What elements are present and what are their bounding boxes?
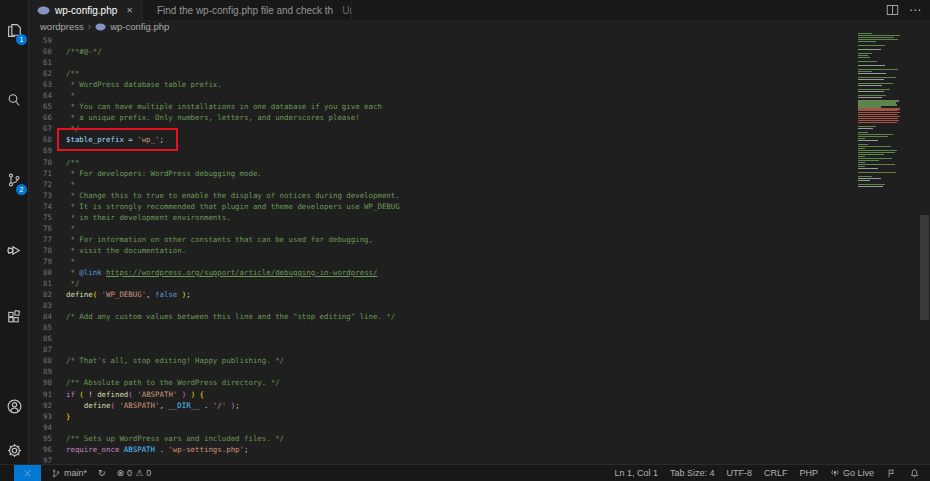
line-number: 63: [28, 79, 52, 90]
code-line[interactable]: 77 * For information on other constants …: [28, 234, 882, 245]
code-text: * visit the documentation.: [66, 245, 186, 256]
line-number: 76: [28, 223, 52, 234]
code-line[interactable]: 68$table_prefix = 'wp_';: [28, 134, 882, 145]
git-branch-item[interactable]: main*: [51, 468, 87, 479]
code-line[interactable]: 91if ( ! defined( 'ABSPATH' ) ) {: [28, 389, 882, 400]
code-line[interactable]: 62/**: [28, 68, 882, 79]
code-line[interactable]: 69: [28, 145, 882, 156]
search-icon[interactable]: [0, 88, 28, 112]
tab-untitled[interactable]: Find the wp-config.php file and check th…: [143, 0, 352, 20]
minimap-line: [858, 138, 865, 139]
warning-icon: ⚠: [135, 468, 143, 478]
minimap-line: [858, 55, 868, 56]
go-live-label: Go Live: [843, 468, 874, 478]
line-number: 91: [28, 389, 52, 400]
code-text: *: [66, 90, 75, 101]
sync-icon[interactable]: ↻: [98, 468, 106, 478]
minimap-line: [858, 140, 878, 141]
go-live-item[interactable]: Go Live: [830, 468, 874, 478]
code-line[interactable]: 74 * It is strongly recommended that plu…: [28, 201, 882, 212]
editor[interactable]: 5960/**#@-*/6162/**63 * WordPress databa…: [28, 33, 930, 465]
line-number: 94: [28, 422, 52, 433]
tab-wp-config[interactable]: wp-config.php ✕: [28, 0, 143, 20]
code-line[interactable]: 89: [28, 366, 882, 377]
tab-size[interactable]: Tab Size: 4: [670, 468, 715, 478]
split-editor-icon[interactable]: [886, 4, 899, 16]
extensions-icon[interactable]: [0, 305, 28, 329]
code-line[interactable]: 63 * WordPress database table prefix.: [28, 79, 882, 90]
minimap-line: [858, 158, 892, 159]
eol-sequence[interactable]: CRLF: [764, 468, 788, 478]
line-number: 75: [28, 212, 52, 223]
flag-icon[interactable]: [886, 468, 897, 479]
language-mode[interactable]: PHP: [799, 468, 818, 478]
breadcrumb: wordpress › wp-config.php: [28, 20, 930, 33]
code-line[interactable]: 65 * You can have multiple installations…: [28, 101, 882, 112]
minimap-line: [858, 97, 882, 98]
minimap-line: [858, 85, 882, 86]
code-line[interactable]: 84/* Add any custom values between this …: [28, 311, 882, 322]
line-number: 93: [28, 411, 52, 422]
run-debug-icon[interactable]: [0, 238, 28, 262]
explorer-icon[interactable]: 1: [0, 18, 28, 42]
code-line[interactable]: 78 * visit the documentation.: [28, 245, 882, 256]
code-line[interactable]: 76 *: [28, 223, 882, 234]
code-line[interactable]: 88/* That's all, stop editing! Happy pub…: [28, 355, 882, 366]
minimap-line: [858, 144, 868, 145]
scrollbar-thumb[interactable]: [920, 215, 929, 320]
line-number: 69: [28, 145, 52, 156]
breadcrumb-folder[interactable]: wordpress: [40, 21, 84, 32]
code-line[interactable]: 72 *: [28, 179, 882, 190]
bell-icon[interactable]: [909, 468, 920, 479]
encoding[interactable]: UTF-8: [726, 468, 752, 478]
code-line[interactable]: 87: [28, 344, 882, 355]
code-line[interactable]: 83: [28, 300, 882, 311]
code-line[interactable]: 85: [28, 322, 882, 333]
code-line[interactable]: 66 * a unique prefix. Only numbers, lett…: [28, 112, 882, 123]
cursor-position[interactable]: Ln 1, Col 1: [614, 468, 658, 478]
code-line[interactable]: 70/**: [28, 157, 882, 168]
close-icon[interactable]: ✕: [126, 6, 133, 15]
code-line[interactable]: 80 * @link https://wordpress.org/support…: [28, 267, 882, 278]
explorer-badge: 1: [16, 34, 27, 45]
code-line[interactable]: 81 */: [28, 278, 882, 289]
code-line[interactable]: 95/** Sets up WordPress vars and include…: [28, 433, 882, 444]
tab-label: wp-config.php: [55, 5, 117, 16]
code-line[interactable]: 75 * in their development environments.: [28, 212, 882, 223]
code-line[interactable]: 59: [28, 35, 882, 46]
code-line[interactable]: 61: [28, 57, 882, 68]
more-actions-icon[interactable]: ⋯: [909, 5, 922, 15]
code-line[interactable]: 92 define( 'ABSPATH', __DIR__ . '/' );: [28, 400, 882, 411]
code-line[interactable]: 64 *: [28, 90, 882, 101]
minimap[interactable]: [856, 33, 902, 465]
code-text: }: [66, 411, 70, 422]
line-number: 79: [28, 256, 52, 267]
breadcrumb-file[interactable]: wp-config.php: [110, 21, 169, 32]
code-line[interactable]: 94: [28, 422, 882, 433]
problems-item[interactable]: ⊗ 0 ⚠ 0: [117, 468, 152, 478]
source-control-icon[interactable]: 2: [0, 168, 28, 192]
code-line[interactable]: 71 * For developers: WordPress debugging…: [28, 168, 882, 179]
code-line[interactable]: 67 */: [28, 123, 882, 134]
code-line[interactable]: 60/**#@-*/: [28, 46, 882, 57]
error-icon: ⊗: [117, 468, 125, 478]
minimap-line: [858, 146, 891, 147]
code-line[interactable]: 86: [28, 333, 882, 344]
accounts-icon[interactable]: [0, 394, 28, 418]
remote-indicator[interactable]: [14, 465, 41, 481]
line-number: 83: [28, 300, 52, 311]
code-text: * in their development environments.: [66, 212, 231, 223]
code-line[interactable]: 82define( 'WP_DEBUG', false );: [28, 289, 882, 300]
status-left: main* ↻ ⊗ 0 ⚠ 0: [51, 468, 151, 479]
minimap-line: [858, 35, 900, 36]
minimap-line: [858, 126, 876, 127]
code-line[interactable]: 96require_once ABSPATH . 'wp-settings.ph…: [28, 444, 882, 455]
scm-badge: 2: [16, 184, 27, 195]
code-line[interactable]: 73 * Change this to true to enable the d…: [28, 190, 882, 201]
code-text: * For information on other constants tha…: [66, 234, 373, 245]
code-line[interactable]: 90/** Absolute path to the WordPress dir…: [28, 377, 882, 388]
code-line[interactable]: 79 *: [28, 256, 882, 267]
settings-gear-icon[interactable]: [0, 438, 28, 462]
code-line[interactable]: 93}: [28, 411, 882, 422]
tab-secondary-label: Untitled-1: [342, 5, 352, 16]
